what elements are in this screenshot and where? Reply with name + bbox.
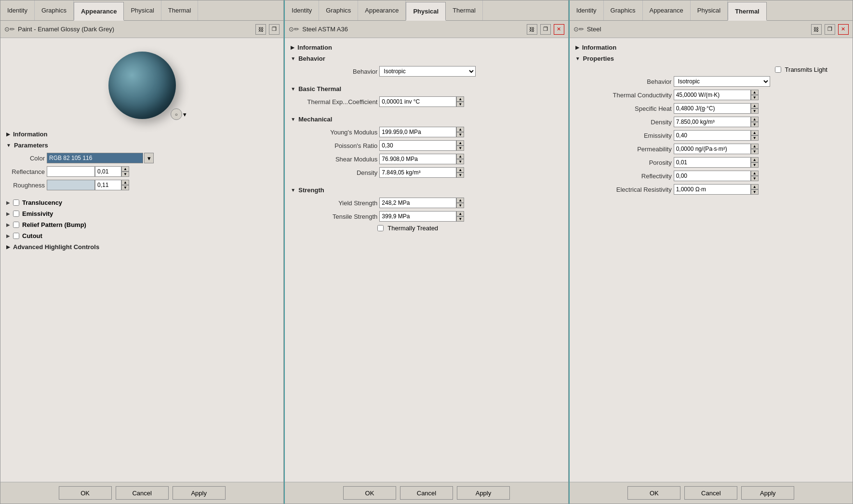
electrical-down[interactable]: ▼ (751, 189, 759, 195)
apply-button-1[interactable]: Apply (173, 486, 226, 500)
permeability-input[interactable] (674, 144, 751, 154)
behavior-select[interactable]: Isotropic (379, 66, 476, 77)
electrical-input[interactable] (674, 184, 751, 195)
section-parameters[interactable]: ▼ Parameters (2, 140, 281, 151)
ok-button-2[interactable]: OK (343, 486, 396, 500)
close-button-2[interactable]: ✕ (554, 24, 564, 35)
porosity-down[interactable]: ▼ (751, 162, 759, 168)
thermal-exp-up[interactable]: ▲ (456, 96, 464, 102)
link-button-2[interactable]: ⛓ (527, 24, 537, 35)
ok-button-1[interactable]: OK (59, 486, 112, 500)
permeability-down[interactable]: ▼ (751, 149, 759, 154)
thermal-exp-down[interactable]: ▼ (456, 102, 464, 107)
youngs-up[interactable]: ▲ (456, 127, 464, 132)
electrical-up[interactable]: ▲ (751, 184, 759, 189)
density-up-2[interactable]: ▲ (456, 167, 464, 172)
tab-appearance-3[interactable]: Appearance (643, 0, 691, 20)
tab-graphics-3[interactable]: Graphics (604, 0, 643, 20)
emissivity-down-3[interactable]: ▼ (751, 135, 759, 141)
porosity-input[interactable] (674, 157, 751, 168)
poissons-up[interactable]: ▲ (456, 140, 464, 146)
tab-physical-3[interactable]: Physical (691, 0, 728, 20)
cancel-button-2[interactable]: Cancel (400, 486, 453, 500)
roughness-down[interactable]: ▼ (121, 185, 129, 190)
thermal-cond-down[interactable]: ▼ (751, 95, 759, 100)
reflectivity-up[interactable]: ▲ (751, 171, 759, 176)
section-strength[interactable]: ▼ Strength (287, 185, 566, 196)
tab-thermal-2[interactable]: Thermal (446, 0, 483, 20)
tensile-up[interactable]: ▲ (456, 211, 464, 216)
section-information-3[interactable]: ▶ Information (572, 42, 851, 53)
emissivity-row[interactable]: ▶ Emissivity (2, 208, 281, 219)
link-button-3[interactable]: ⛓ (811, 24, 822, 35)
apply-button-3[interactable]: Apply (741, 486, 794, 500)
color-dropdown[interactable]: ▾ (144, 153, 154, 163)
tab-graphics-2[interactable]: Graphics (319, 0, 358, 20)
ok-button-3[interactable]: OK (627, 486, 680, 500)
section-advanced[interactable]: ▶ Advanced Highlight Controls (2, 241, 281, 252)
yield-up[interactable]: ▲ (456, 198, 464, 203)
section-information-1[interactable]: ▶ Information (2, 129, 281, 140)
copy-button-2[interactable]: ❐ (540, 24, 551, 35)
copy-button-1[interactable]: ❐ (269, 24, 280, 35)
permeability-up[interactable]: ▲ (751, 144, 759, 149)
tab-appearance-1[interactable]: Appearance (74, 2, 124, 21)
thermal-exp-input[interactable] (379, 96, 456, 107)
tab-physical-2[interactable]: Physical (406, 2, 446, 21)
cutout-checkbox[interactable] (13, 233, 19, 239)
section-properties[interactable]: ▼ Properties (572, 53, 851, 64)
density-down-2[interactable]: ▼ (456, 172, 464, 178)
roughness-up[interactable]: ▲ (121, 180, 129, 185)
tab-physical-1[interactable]: Physical (124, 0, 161, 20)
tab-thermal-3[interactable]: Thermal (728, 2, 767, 21)
reflectance-down[interactable]: ▼ (121, 172, 129, 177)
tensile-input[interactable] (379, 211, 456, 222)
link-button-1[interactable]: ⛓ (255, 24, 266, 35)
tab-identity-1[interactable]: Identity (0, 0, 35, 20)
specific-heat-down[interactable]: ▼ (751, 108, 759, 114)
color-input[interactable] (47, 153, 143, 163)
cancel-button-3[interactable]: Cancel (684, 486, 737, 500)
poissons-down[interactable]: ▼ (456, 146, 464, 151)
thermal-cond-input[interactable] (674, 90, 751, 100)
section-behavior-2[interactable]: ▼ Behavior (287, 53, 566, 64)
density-down-3[interactable]: ▼ (751, 122, 759, 127)
tab-appearance-2[interactable]: Appearance (358, 0, 406, 20)
thermal-cond-up[interactable]: ▲ (751, 90, 759, 95)
shear-down[interactable]: ▼ (456, 159, 464, 164)
yield-input[interactable] (379, 198, 456, 208)
close-button-3[interactable]: ✕ (838, 24, 849, 35)
reflectivity-down[interactable]: ▼ (751, 176, 759, 181)
cutout-row[interactable]: ▶ Cutout (2, 230, 281, 241)
youngs-down[interactable]: ▼ (456, 132, 464, 137)
yield-down[interactable]: ▼ (456, 203, 464, 208)
reflectance-input[interactable] (95, 166, 121, 177)
tensile-down[interactable]: ▼ (456, 216, 464, 222)
porosity-up[interactable]: ▲ (751, 157, 759, 162)
tab-identity-3[interactable]: Identity (570, 0, 604, 20)
emissivity-up-3[interactable]: ▲ (751, 130, 759, 135)
copy-button-3[interactable]: ❐ (825, 24, 835, 35)
thermally-treated-checkbox[interactable] (377, 225, 384, 231)
emissivity-checkbox[interactable] (13, 211, 19, 217)
tab-graphics-1[interactable]: Graphics (35, 0, 74, 20)
youngs-input[interactable] (379, 127, 456, 137)
sphere-dropdown-arrow[interactable]: ▾ (183, 111, 187, 118)
specific-heat-up[interactable]: ▲ (751, 103, 759, 108)
transmits-light-checkbox[interactable] (775, 66, 781, 73)
relief-row[interactable]: ▶ Relief Pattern (Bump) (2, 219, 281, 230)
section-mechanical[interactable]: ▼ Mechanical (287, 114, 566, 125)
section-information-2[interactable]: ▶ Information (287, 42, 566, 53)
section-basic-thermal[interactable]: ▼ Basic Thermal (287, 83, 566, 94)
shear-up[interactable]: ▲ (456, 154, 464, 159)
reflectance-up[interactable]: ▲ (121, 166, 129, 172)
tab-thermal-1[interactable]: Thermal (161, 0, 199, 20)
density-up-3[interactable]: ▲ (751, 117, 759, 122)
shear-input[interactable] (379, 154, 456, 164)
cancel-button-1[interactable]: Cancel (116, 486, 169, 500)
emissivity-input-3[interactable] (674, 130, 751, 141)
specific-heat-input[interactable] (674, 103, 751, 114)
behavior-select-3[interactable]: Isotropic (674, 76, 770, 87)
translucency-row[interactable]: ▶ Translucency (2, 197, 281, 208)
roughness-input[interactable] (95, 180, 121, 190)
